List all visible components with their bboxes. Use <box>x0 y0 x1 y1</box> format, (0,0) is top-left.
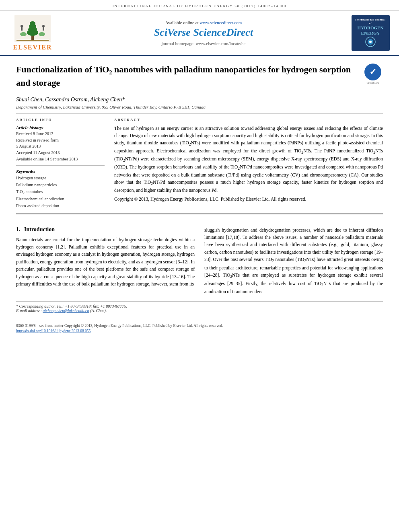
journal-citation: INTERNATIONAL JOURNAL OF HYDROGEN ENERGY… <box>113 4 287 8</box>
keyword-3: TiO2 nanotubes <box>16 189 105 196</box>
intro-right-column: sluggish hydrogenation and dehydrogenati… <box>204 226 383 298</box>
hydrogen-journal-logo: International Journal of HYDROGEN ENERGY <box>348 15 393 51</box>
svg-point-6 <box>21 25 23 27</box>
article-info-column: ARTICLE INFO Article history: Received 8… <box>16 118 105 210</box>
abstract-label: ABSTRACT <box>114 118 383 122</box>
crossmark-icon: ✓ <box>364 64 381 80</box>
keyword-4: Electrochemical anodization <box>16 196 105 203</box>
elsevier-brand-text: ELSEVIER <box>13 44 52 51</box>
hydrogen-logo-int: International Journal of <box>354 18 387 25</box>
keyword-2: Palladium nanoparticles <box>16 182 105 189</box>
intro-left-column: 1. Introduction Nanomaterials are crucia… <box>16 226 195 298</box>
accepted-date: Accepted 11 August 2013 <box>16 150 105 156</box>
crossmark-label: CrossMark <box>366 81 379 84</box>
abstract-paragraph: The use of hydrogen as an energy carrier… <box>114 125 383 194</box>
footer-doi: http://dx.doi.org/10.1016/j.ijhydene.201… <box>16 329 383 333</box>
abstract-column: ABSTRACT The use of hydrogen as an energ… <box>114 118 383 210</box>
svg-point-12 <box>39 32 45 36</box>
title-area: Functionalization of TiO2 nanotubes with… <box>16 56 383 93</box>
intro-right-text: sluggish hydrogenation and dehydrogenati… <box>204 226 383 296</box>
svg-rect-9 <box>43 27 44 31</box>
journal-homepage-text: journal homepage: www.elsevier.com/locat… <box>162 41 246 46</box>
info-divider <box>16 165 105 166</box>
intro-heading: 1. Introduction <box>16 226 195 233</box>
sciencedirect-url[interactable]: www.sciencedirect.com <box>200 20 242 25</box>
elsevier-tree-icon <box>14 15 51 42</box>
keywords-title: Keywords: <box>16 169 105 174</box>
crossmark-badge: ✓ CrossMark <box>363 64 383 84</box>
footnote-area: * Corresponding author. Tel.: +1 8073438… <box>16 301 383 313</box>
svg-rect-10 <box>16 40 49 41</box>
authors-line: Shuai Chen, Cassandra Ostrom, Aicheng Ch… <box>16 93 383 105</box>
article-info-abstract: ARTICLE INFO Article history: Received 8… <box>16 114 383 214</box>
sciverse-title: SciVerse ScienceDirect <box>154 27 253 39</box>
elsevier-logo: ELSEVIER <box>6 15 59 51</box>
page-footer: 0360-3199/$ – see front matter Copyright… <box>0 321 399 335</box>
available-online-text: Available online at www.sciencedirect.co… <box>165 20 242 25</box>
spacer <box>16 214 383 226</box>
received-date: Received 8 June 2013 <box>16 131 105 137</box>
keyword-5: Photo-assisted deposition <box>16 203 105 210</box>
section-title: Introduction <box>24 226 55 232</box>
available-online-date: Available online 14 September 2013 <box>16 156 105 162</box>
article-history-title: Article history: <box>16 125 105 130</box>
article-body: Functionalization of TiO2 nanotubes with… <box>0 56 399 298</box>
svg-rect-7 <box>21 27 23 31</box>
svg-point-8 <box>42 25 45 27</box>
introduction-section: 1. Introduction Nanomaterials are crucia… <box>16 226 383 298</box>
header-area: ELSEVIER Available online at www.science… <box>0 11 399 56</box>
hydrogen-logo-graphic <box>362 36 378 48</box>
email-note: E-mail address: aicheng.chen@lakeheadu.c… <box>16 308 383 313</box>
keyword-1: Hydrogen storage <box>16 175 105 182</box>
hydrogen-logo-box: International Journal of HYDROGEN ENERGY <box>352 15 390 51</box>
received-revised-date: 5 August 2013 <box>16 144 105 150</box>
svg-point-11 <box>20 32 27 36</box>
received-revised-label: Received in revised form <box>16 138 105 144</box>
top-banner: INTERNATIONAL JOURNAL OF HYDROGEN ENERGY… <box>0 0 399 11</box>
doi-link[interactable]: http://dx.doi.org/10.1016/j.ijhydene.201… <box>16 329 90 333</box>
section-number: 1. <box>16 226 21 232</box>
intro-left-text: Nanomaterials are crucial for the implem… <box>16 236 195 288</box>
affiliation-line: Department of Chemistry, Lakehead Univer… <box>16 105 383 114</box>
footer-issn: 0360-3199/$ – see front matter Copyright… <box>16 324 383 328</box>
article-title: Functionalization of TiO2 nanotubes with… <box>16 64 357 89</box>
copyright-text: Copyright © 2013, Hydrogen Energy Public… <box>114 196 383 203</box>
svg-point-5 <box>30 21 35 25</box>
header-center: Available online at www.sciencedirect.co… <box>59 15 348 51</box>
author-email-link[interactable]: aicheng.chen@lakeheadu.ca <box>43 308 89 313</box>
svg-point-15 <box>369 41 372 43</box>
corresponding-author-note: * Corresponding author. Tel.: +1 8073438… <box>16 304 383 308</box>
hydrogen-logo-name: HYDROGEN ENERGY <box>354 25 387 36</box>
abstract-text: The use of hydrogen as an energy carrier… <box>114 125 383 203</box>
keywords-list: Hydrogen storage Palladium nanoparticles… <box>16 175 105 209</box>
article-info-label: ARTICLE INFO <box>16 118 105 122</box>
